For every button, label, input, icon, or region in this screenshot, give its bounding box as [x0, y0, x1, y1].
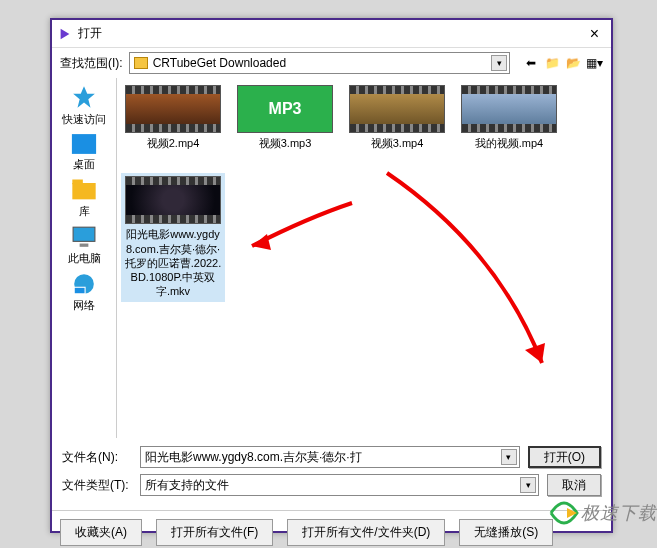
sidebar-item-quickaccess[interactable]: 快速访问 — [62, 84, 106, 127]
window-title: 打开 — [78, 25, 584, 42]
sidebar-item-label: 网络 — [73, 298, 95, 313]
annotation-arrow-2 — [377, 168, 557, 378]
filename-label: 文件名(N): — [62, 449, 132, 466]
open-button[interactable]: 打开(O) — [528, 446, 601, 468]
mp3-icon: MP3 — [237, 85, 333, 133]
main-area: 快速访问 桌面 库 此电脑 网络 视频2.mp4 — [52, 78, 611, 438]
svg-rect-8 — [74, 287, 85, 294]
places-sidebar: 快速访问 桌面 库 此电脑 网络 — [52, 78, 116, 438]
cancel-button[interactable]: 取消 — [547, 474, 601, 496]
filetype-value: 所有支持的文件 — [145, 477, 229, 494]
chevron-down-icon[interactable]: ▾ — [491, 55, 507, 71]
svg-rect-5 — [73, 227, 95, 241]
favorites-button[interactable]: 收藏夹(A) — [60, 519, 142, 546]
video-thumbnail — [125, 85, 221, 133]
up-folder-icon[interactable]: 📁 — [543, 54, 561, 72]
file-item[interactable]: 我的视频.mp4 — [457, 82, 561, 153]
close-button[interactable]: × — [584, 25, 605, 43]
file-item-selected[interactable]: 阳光电影www.ygdy8.com.吉尔莫·德尔·托罗的匹诺曹.2022.BD.… — [121, 173, 225, 301]
star-icon — [70, 84, 98, 110]
filename-value: 阳光电影www.ygdy8.com.吉尔莫·德尔·打 — [145, 449, 362, 466]
svg-marker-9 — [252, 234, 271, 250]
file-item[interactable]: MP3 视频3.mp3 — [233, 82, 337, 153]
file-list[interactable]: 视频2.mp4 MP3 视频3.mp3 视频3.mp4 我的视频.mp4 阳光电… — [116, 78, 611, 438]
nav-icons: ⬅ 📁 📂 ▦▾ — [522, 54, 603, 72]
open-all-files-button[interactable]: 打开所有文件(F) — [156, 519, 273, 546]
lookup-combo[interactable]: CRTubeGet Downloaded ▾ — [129, 52, 510, 74]
open-all-folders-button[interactable]: 打开所有文件/文件夹(D) — [287, 519, 445, 546]
filename-row: 文件名(N): 阳光电影www.ygdy8.com.吉尔莫·德尔·打 ▾ 打开(… — [62, 446, 601, 468]
footer-buttons: 收藏夹(A) 打开所有文件(F) 打开所有文件/文件夹(D) 无缝播放(S) — [52, 510, 611, 548]
sidebar-item-label: 桌面 — [73, 157, 95, 172]
sidebar-item-label: 快速访问 — [62, 112, 106, 127]
lookup-value: CRTubeGet Downloaded — [153, 56, 286, 70]
svg-rect-2 — [72, 134, 96, 154]
sidebar-item-label: 此电脑 — [68, 251, 101, 266]
file-name: 阳光电影www.ygdy8.com.吉尔莫·德尔·托罗的匹诺曹.2022.BD.… — [124, 227, 222, 298]
annotation-arrow-1 — [237, 198, 357, 258]
svg-rect-6 — [80, 244, 89, 247]
filetype-row: 文件类型(T): 所有支持的文件 ▾ 取消 — [62, 474, 601, 496]
computer-icon — [70, 225, 98, 249]
file-item[interactable]: 视频2.mp4 — [121, 82, 225, 153]
library-icon — [70, 178, 98, 202]
svg-marker-1 — [73, 86, 95, 108]
filename-input[interactable]: 阳光电影www.ygdy8.com.吉尔莫·德尔·打 ▾ — [140, 446, 520, 468]
network-icon — [70, 272, 98, 296]
open-dialog: 打开 × 查找范围(I): CRTubeGet Downloaded ▾ ⬅ 📁… — [50, 18, 613, 533]
filetype-select[interactable]: 所有支持的文件 ▾ — [140, 474, 539, 496]
svg-marker-0 — [61, 28, 70, 39]
sidebar-item-network[interactable]: 网络 — [70, 272, 98, 313]
back-icon[interactable]: ⬅ — [522, 54, 540, 72]
file-name: 视频3.mp3 — [259, 136, 312, 150]
seamless-play-button[interactable]: 无缝播放(S) — [459, 519, 553, 546]
svg-rect-3 — [72, 183, 95, 199]
view-menu-icon[interactable]: ▦▾ — [585, 54, 603, 72]
lookup-label: 查找范围(I): — [60, 55, 123, 72]
desktop-icon — [70, 133, 98, 155]
video-thumbnail — [461, 85, 557, 133]
sidebar-item-libraries[interactable]: 库 — [70, 178, 98, 219]
filetype-label: 文件类型(T): — [62, 477, 132, 494]
file-item[interactable]: 视频3.mp4 — [345, 82, 449, 153]
video-thumbnail — [125, 176, 221, 224]
file-name: 视频2.mp4 — [147, 136, 200, 150]
sidebar-item-label: 库 — [79, 204, 90, 219]
file-name: 视频3.mp4 — [371, 136, 424, 150]
chevron-down-icon[interactable]: ▾ — [520, 477, 536, 493]
video-thumbnail — [349, 85, 445, 133]
svg-rect-4 — [72, 180, 83, 185]
spacer — [121, 161, 607, 165]
svg-marker-10 — [525, 343, 545, 363]
form-area: 文件名(N): 阳光电影www.ygdy8.com.吉尔莫·德尔·打 ▾ 打开(… — [52, 438, 611, 510]
chevron-down-icon[interactable]: ▾ — [501, 449, 517, 465]
sidebar-item-thispc[interactable]: 此电脑 — [68, 225, 101, 266]
titlebar: 打开 × — [52, 20, 611, 48]
app-play-icon — [58, 27, 72, 41]
lookup-row: 查找范围(I): CRTubeGet Downloaded ▾ ⬅ 📁 📂 ▦▾ — [52, 48, 611, 78]
file-name: 我的视频.mp4 — [475, 136, 543, 150]
sidebar-item-desktop[interactable]: 桌面 — [70, 133, 98, 172]
folder-icon — [134, 57, 148, 69]
new-folder-icon[interactable]: 📂 — [564, 54, 582, 72]
